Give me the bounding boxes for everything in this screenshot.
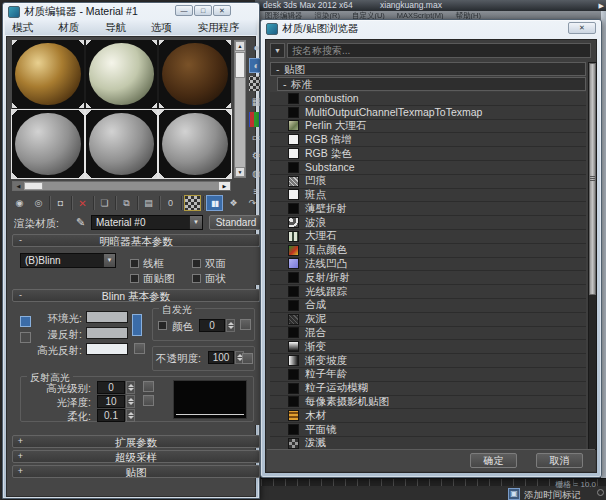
- chevron-down-icon[interactable]: ▼: [103, 254, 115, 267]
- specular-level-spinner[interactable]: [126, 381, 135, 394]
- scrollbar-thumb[interactable]: [24, 182, 43, 190]
- go-to-parent-icon[interactable]: ❖: [225, 195, 242, 211]
- faceted-checkbox[interactable]: [192, 274, 201, 283]
- extended-params-rollout[interactable]: +扩展参数: [12, 435, 260, 448]
- material-name-dropdown[interactable]: Material #0 ▼: [91, 215, 203, 230]
- list-item[interactable]: 渐变坡度: [270, 354, 586, 368]
- menu-utilities[interactable]: 实用程序(U): [198, 20, 250, 35]
- list-item[interactable]: RGB 染色: [270, 147, 586, 161]
- sample-slot-4[interactable]: [12, 110, 84, 178]
- expand-icon[interactable]: +: [16, 437, 25, 446]
- list-item[interactable]: 粒子运动模糊: [270, 382, 586, 396]
- self-illum-color-checkbox[interactable]: [158, 321, 167, 330]
- scroll-left-icon[interactable]: ◀: [13, 182, 24, 190]
- material-editor-titlebar[interactable]: 材质编辑器 - Material #1 — □ ✕: [3, 3, 259, 20]
- ok-button[interactable]: 确定: [470, 453, 517, 468]
- specular-color-swatch[interactable]: [86, 343, 128, 355]
- list-item[interactable]: 反射/折射: [270, 271, 586, 285]
- browser-titlebar[interactable]: 材质/贴图浏览器: [261, 20, 601, 37]
- list-item[interactable]: 木材: [270, 409, 586, 423]
- list-item[interactable]: Substance: [270, 161, 586, 175]
- rollout-header[interactable]: - Blinn 基本参数: [12, 289, 260, 302]
- collapse-icon[interactable]: -: [283, 78, 291, 90]
- soften-spinner[interactable]: [126, 409, 135, 422]
- get-material-icon[interactable]: ◉: [11, 195, 28, 211]
- list-item[interactable]: 平面镜: [270, 423, 586, 437]
- list-item[interactable]: MultiOutputChannelTexmapToTexmap: [270, 106, 586, 120]
- make-material-copy-icon[interactable]: ❏: [96, 195, 113, 211]
- expand-icon[interactable]: +: [16, 452, 25, 461]
- add-time-tag-icon[interactable]: ▣: [508, 488, 520, 500]
- sample-slot-1[interactable]: [12, 40, 84, 108]
- show-map-in-viewport-icon[interactable]: [184, 195, 201, 211]
- glossiness-value[interactable]: 10: [97, 395, 125, 408]
- glossiness-spinner[interactable]: [126, 395, 135, 408]
- close-button[interactable]: ✕: [213, 5, 231, 16]
- list-item[interactable]: 大理石: [270, 230, 586, 244]
- minimize-button[interactable]: —: [175, 5, 193, 16]
- list-item[interactable]: RGB 倍增: [270, 133, 586, 147]
- add-time-tag-label[interactable]: 添加时间标记: [524, 489, 581, 500]
- list-item[interactable]: Perlin 大理石: [270, 120, 586, 134]
- menu-mode[interactable]: 模式(D): [12, 20, 45, 35]
- search-filter-icon[interactable]: ▼: [270, 43, 285, 58]
- timeline-ruler[interactable]: [261, 479, 606, 486]
- specular-map-button[interactable]: [134, 343, 145, 354]
- list-item[interactable]: 波浪: [270, 216, 586, 230]
- close-button[interactable]: ✕: [568, 22, 596, 34]
- self-illum-map-button[interactable]: [240, 319, 251, 330]
- maps-rollout[interactable]: +贴图: [12, 465, 260, 478]
- scroll-down-icon[interactable]: ▼: [235, 167, 245, 177]
- make-unique-icon[interactable]: ⧉: [118, 195, 135, 211]
- face-map-checkbox[interactable]: [130, 274, 139, 283]
- reset-map-icon[interactable]: ✕: [74, 195, 91, 211]
- menu-options[interactable]: 选项(O): [151, 20, 185, 35]
- opacity-map-button[interactable]: [242, 353, 253, 364]
- menu-material[interactable]: 材质(M): [58, 20, 92, 35]
- list-item[interactable]: 混合: [270, 327, 586, 341]
- browser-scrollbar[interactable]: [588, 62, 597, 450]
- scroll-up-icon[interactable]: ▲: [235, 41, 245, 51]
- ambient-diffuse-map-lock-icon[interactable]: [132, 314, 142, 336]
- scrollbar-thumb[interactable]: [235, 52, 245, 78]
- sample-slot-6[interactable]: [159, 110, 231, 178]
- eyedropper-icon[interactable]: ✎: [73, 215, 88, 230]
- list-item[interactable]: combustion: [270, 92, 586, 106]
- list-item[interactable]: 顶点颜色: [270, 244, 586, 258]
- material-id-channel-icon[interactable]: 0: [162, 195, 179, 211]
- collapse-icon[interactable]: -: [276, 63, 284, 75]
- show-end-result-icon[interactable]: ▮▮: [206, 195, 223, 211]
- put-material-to-scene-icon[interactable]: ◎: [30, 195, 47, 211]
- ambient-color-swatch[interactable]: [86, 311, 128, 323]
- chevron-down-icon[interactable]: ▼: [189, 216, 202, 229]
- sample-slot-3[interactable]: [159, 40, 231, 108]
- shader-type-dropdown[interactable]: (B)Blinn ▼: [20, 253, 116, 268]
- go-forward-to-sibling-icon[interactable]: ↷: [244, 195, 261, 211]
- list-item[interactable]: 光线跟踪: [270, 285, 586, 299]
- specular-level-value[interactable]: 0: [97, 381, 125, 394]
- list-item[interactable]: 粒子年龄: [270, 368, 586, 382]
- sample-slot-5[interactable]: [86, 110, 158, 178]
- self-illum-value[interactable]: 0: [199, 319, 225, 332]
- list-item[interactable]: 每像素摄影机贴图: [270, 396, 586, 410]
- rollout-header[interactable]: - 明暗器基本参数: [12, 234, 260, 247]
- list-item[interactable]: 合成: [270, 299, 586, 313]
- wireframe-checkbox[interactable]: [130, 259, 139, 268]
- list-item[interactable]: 凹痕: [270, 175, 586, 189]
- specular-level-map-button[interactable]: [143, 381, 154, 392]
- scroll-right-icon[interactable]: ▶: [219, 182, 230, 190]
- slots-horizontal-scrollbar[interactable]: ◀ ▶: [12, 181, 231, 191]
- collapse-icon[interactable]: -: [16, 236, 25, 245]
- two-sided-checkbox[interactable]: [192, 259, 201, 268]
- glossiness-map-button[interactable]: [143, 395, 154, 406]
- diffuse-specular-lock-icon[interactable]: [20, 332, 31, 343]
- diffuse-color-swatch[interactable]: [86, 327, 128, 339]
- group-maps[interactable]: -贴图: [270, 62, 586, 76]
- list-item[interactable]: 斑点: [270, 189, 586, 203]
- assign-material-to-selection-icon[interactable]: ◘: [52, 195, 69, 211]
- sample-slot-2[interactable]: [86, 40, 158, 108]
- list-item[interactable]: 灰泥: [270, 313, 586, 327]
- cancel-button[interactable]: 取消: [536, 453, 583, 468]
- ambient-diffuse-lock-icon[interactable]: [20, 316, 31, 327]
- soften-value[interactable]: 0.1: [97, 409, 125, 422]
